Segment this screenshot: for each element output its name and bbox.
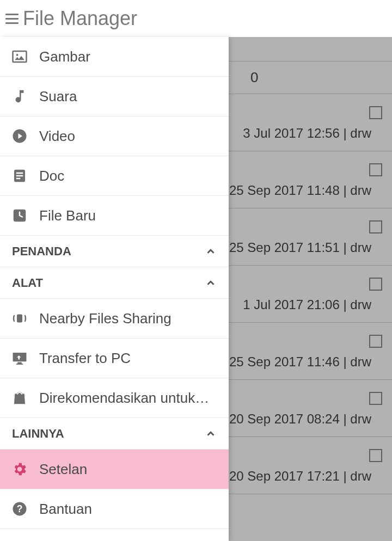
svg-rect-8 xyxy=(17,362,22,364)
section-header-penanda[interactable]: PENANDA xyxy=(0,236,229,267)
svg-rect-9 xyxy=(16,364,23,365)
svg-rect-3 xyxy=(16,175,23,177)
section-label: ALAT xyxy=(12,276,43,290)
menu-item-suara[interactable]: Suara xyxy=(0,77,229,116)
menu-label: Nearby Files Sharing xyxy=(39,310,218,327)
music-icon xyxy=(11,88,28,105)
app-header: File Manager xyxy=(0,0,392,37)
menu-item-file-baru[interactable]: File Baru xyxy=(0,196,229,236)
svg-rect-6 xyxy=(17,315,22,323)
menu-label: Transfer to PC xyxy=(39,350,218,367)
chevron-up-icon xyxy=(205,428,217,440)
app-title: File Manager xyxy=(23,7,137,30)
menu-label: Direkomendasikan untuk… xyxy=(39,390,218,407)
section-label: PENANDA xyxy=(12,244,71,259)
menu-label: Gambar xyxy=(39,48,218,65)
menu-item-nearby[interactable]: Nearby Files Sharing xyxy=(0,299,229,339)
menu-item-doc[interactable]: Doc xyxy=(0,156,229,196)
help-icon: ? xyxy=(11,500,28,518)
menu-label: Video xyxy=(39,128,218,145)
document-icon xyxy=(11,167,28,185)
section-header-alat[interactable]: ALAT xyxy=(0,267,229,299)
section-label: LAINNYA xyxy=(12,427,64,441)
menu-label: Bantuan xyxy=(39,501,218,518)
menu-label: File Baru xyxy=(39,207,218,224)
play-icon xyxy=(11,127,28,145)
navigation-drawer: Gambar Suara Video Doc File Baru xyxy=(0,37,229,541)
chevron-up-icon xyxy=(205,277,217,289)
image-icon xyxy=(11,48,28,65)
menu-item-transfer[interactable]: Transfer to PC xyxy=(0,339,229,378)
menu-item-video[interactable]: Video xyxy=(0,116,229,156)
shopping-bag-icon xyxy=(11,389,28,407)
hamburger-icon[interactable] xyxy=(5,12,19,25)
monitor-icon xyxy=(11,349,28,367)
svg-rect-2 xyxy=(16,173,23,174)
svg-text:?: ? xyxy=(17,503,23,514)
chevron-up-icon xyxy=(205,245,217,257)
gear-icon xyxy=(11,460,28,478)
menu-item-gambar[interactable]: Gambar xyxy=(0,37,229,77)
nearby-share-icon xyxy=(11,310,28,327)
svg-rect-4 xyxy=(16,178,21,180)
menu-label: Doc xyxy=(39,168,218,185)
menu-label: Setelan xyxy=(39,461,218,478)
section-header-lainnya[interactable]: LAINNYA xyxy=(0,418,229,450)
menu-item-rekomendasi[interactable]: Direkomendasikan untuk… xyxy=(0,378,229,418)
menu-label: Suara xyxy=(39,88,218,105)
clock-icon xyxy=(11,207,28,224)
menu-item-bantuan[interactable]: ? Bantuan xyxy=(0,489,229,529)
menu-item-setelan[interactable]: Setelan xyxy=(0,450,229,489)
